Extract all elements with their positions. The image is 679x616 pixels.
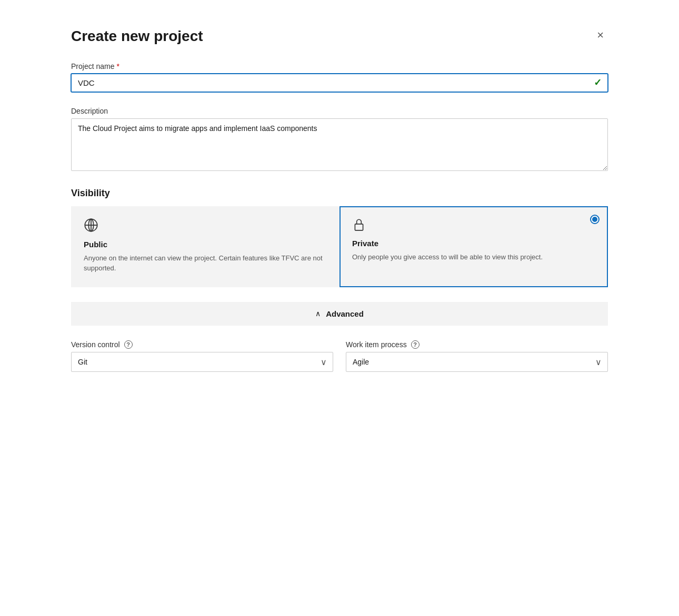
required-indicator: * bbox=[116, 62, 119, 70]
private-radio-indicator bbox=[590, 215, 600, 224]
project-name-label: Project name * bbox=[71, 62, 608, 70]
work-item-process-field: Work item process ? Agile Scrum CMMI Bas… bbox=[346, 340, 608, 372]
version-control-select[interactable]: Git Team Foundation Version Control bbox=[71, 352, 333, 372]
work-item-process-dropdown-wrapper: Agile Scrum CMMI Basic ∨ bbox=[346, 352, 608, 372]
description-section: Description The Cloud Project aims to mi… bbox=[71, 107, 608, 173]
public-card-description: Anyone on the internet can view the proj… bbox=[84, 253, 327, 274]
project-name-section: Project name * ✓ bbox=[71, 62, 608, 92]
visibility-public-card[interactable]: Public Anyone on the internet can view t… bbox=[71, 206, 340, 287]
work-item-process-help-icon[interactable]: ? bbox=[411, 340, 420, 349]
project-name-input[interactable] bbox=[71, 74, 608, 92]
advanced-label: Advanced bbox=[326, 309, 364, 318]
description-label: Description bbox=[71, 107, 608, 115]
work-item-process-select[interactable]: Agile Scrum CMMI Basic bbox=[346, 352, 608, 372]
lock-icon bbox=[352, 218, 595, 235]
version-control-dropdown-wrapper: Git Team Foundation Version Control ∨ bbox=[71, 352, 333, 372]
dialog-title: Create new project bbox=[71, 27, 203, 45]
work-item-process-label: Work item process ? bbox=[346, 340, 608, 349]
svg-rect-4 bbox=[355, 224, 363, 230]
version-control-help-icon[interactable]: ? bbox=[124, 340, 133, 349]
private-card-title: Private bbox=[352, 239, 595, 248]
description-input[interactable]: The Cloud Project aims to migrate apps a… bbox=[71, 118, 608, 171]
project-name-input-wrapper: ✓ bbox=[71, 74, 608, 92]
advanced-chevron-icon: ∧ bbox=[315, 309, 321, 318]
version-control-field: Version control ? Git Team Foundation Ve… bbox=[71, 340, 333, 372]
visibility-cards: Public Anyone on the internet can view t… bbox=[71, 206, 608, 287]
visibility-private-card[interactable]: Private Only people you give access to w… bbox=[340, 206, 608, 287]
globe-icon bbox=[84, 218, 327, 236]
visibility-section: Visibility Public Anyone on the internet… bbox=[71, 188, 608, 287]
version-control-label: Version control ? bbox=[71, 340, 333, 349]
advanced-fields: Version control ? Git Team Foundation Ve… bbox=[71, 340, 608, 372]
private-card-description: Only people you give access to will be a… bbox=[352, 252, 595, 262]
dialog-header: Create new project × bbox=[71, 27, 608, 45]
valid-check-icon: ✓ bbox=[594, 77, 602, 88]
advanced-toggle[interactable]: ∧ Advanced bbox=[71, 302, 608, 326]
close-button[interactable]: × bbox=[593, 27, 608, 43]
create-project-dialog: Create new project × Project name * ✓ De… bbox=[50, 11, 629, 393]
public-card-title: Public bbox=[84, 240, 327, 249]
visibility-title: Visibility bbox=[71, 188, 608, 199]
